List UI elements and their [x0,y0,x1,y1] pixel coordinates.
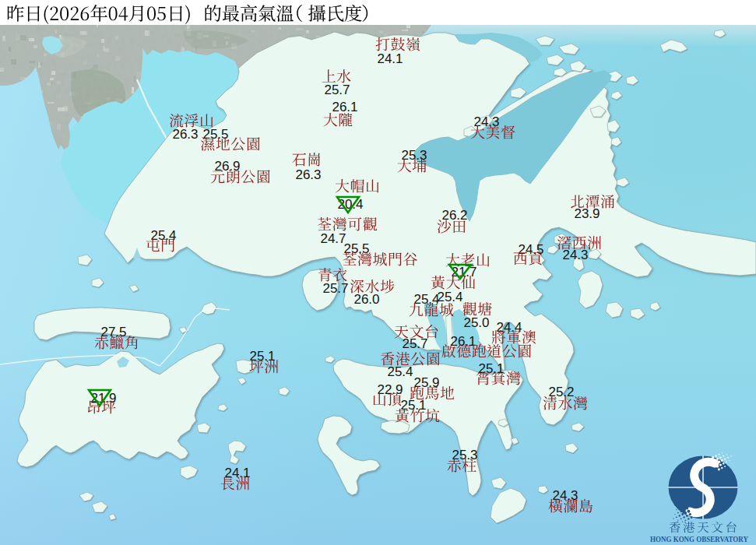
svg-text:25.1: 25.1 [478,361,504,376]
svg-text:26.2: 26.2 [441,208,467,223]
svg-text:26.0: 26.0 [353,292,379,307]
svg-text:25.4: 25.4 [413,292,439,307]
svg-text:26.3: 26.3 [295,167,321,182]
svg-text:25.4: 25.4 [387,364,413,379]
svg-text:25.3: 25.3 [452,448,477,462]
svg-text:HONG KONG OBSERVATORY: HONG KONG OBSERVATORY [650,534,748,543]
svg-text:25.4: 25.4 [437,290,462,304]
svg-text:25.7: 25.7 [324,83,350,97]
svg-text:25.7: 25.7 [402,336,427,351]
svg-text:26.1: 26.1 [332,100,357,114]
svg-text:25.7: 25.7 [322,281,348,296]
svg-text:25.0: 25.0 [463,315,489,330]
svg-text:24.7: 24.7 [320,231,346,246]
svg-text:24.3: 24.3 [562,248,588,262]
svg-text:25.3: 25.3 [401,148,427,163]
svg-text:24.1: 24.1 [377,51,403,66]
svg-text:23.9: 23.9 [574,206,600,221]
svg-text:24.1: 24.1 [224,466,250,480]
svg-text:25.4: 25.4 [150,228,176,243]
svg-text:25.2: 25.2 [548,385,574,399]
svg-text:26.3: 26.3 [172,127,198,142]
